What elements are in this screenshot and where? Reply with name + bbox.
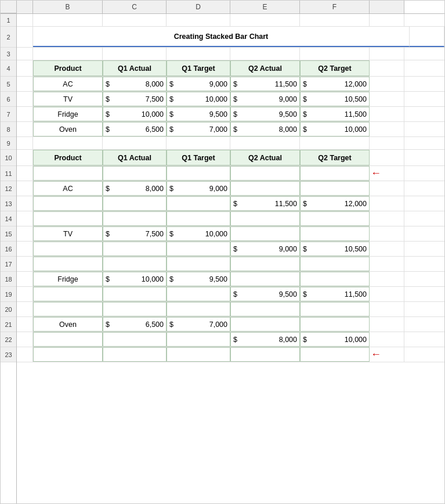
row-header-14: 14: [1, 211, 16, 226]
t2-r21-product: Oven: [33, 317, 103, 332]
grid-body: 1 2 3 4 5 6 7 8 9 10 11 12 13 14 15 16 1…: [1, 14, 444, 503]
t2-header-q2t: Q2 Target: [300, 150, 370, 165]
cell-2g: [410, 27, 444, 47]
t2-r13-q2t: $ 12,000: [300, 196, 370, 211]
cell-11d: [167, 166, 230, 181]
row-header-18: 18: [1, 272, 16, 287]
cell-23a: [17, 347, 33, 362]
cell-2a: [17, 27, 33, 47]
cell-3g: [370, 48, 404, 60]
cell-11b: [33, 166, 103, 181]
cell-9g: [370, 137, 404, 149]
col-header-b: B: [33, 1, 103, 13]
cell-5a: [17, 77, 33, 91]
cell-18g: [370, 272, 404, 286]
t2-header-product: Product: [33, 150, 103, 165]
t2-r13-q1t: [167, 196, 230, 211]
cell-13a: [17, 196, 33, 211]
arrow-icon-1: ←: [371, 167, 381, 179]
row-3: [17, 48, 444, 60]
row-headers: 1 2 3 4 5 6 7 8 9 10 11 12 13 14 15 16 1…: [1, 14, 17, 503]
t1-header-q2a: Q2 Actual: [230, 60, 300, 76]
cell-7a: [17, 107, 33, 121]
grid-content: Creating Stacked Bar Chart Product: [17, 14, 444, 503]
t2-r18-q1a: $ 10,000: [103, 272, 167, 286]
cell-20d: [167, 302, 230, 316]
t1-header-q1a: Q1 Actual: [103, 60, 167, 76]
row-5: AC $ 8,000 $ 9,000 $ 11,500 $ 12,000: [17, 77, 444, 92]
t1-tv-q2a: $ 9,000: [230, 92, 300, 106]
cell-14f: [300, 211, 370, 226]
t2-r12-q2a: [230, 181, 300, 196]
cell-17g: [370, 257, 404, 271]
t2-r12-q1t: $ 9,000: [167, 181, 230, 196]
t1-ac-q1t: $ 9,000: [167, 77, 230, 91]
cell-17e: [230, 257, 300, 271]
t2-r12-q2t: [300, 181, 370, 196]
row-2: Creating Stacked Bar Chart: [17, 27, 444, 48]
title-cell: Creating Stacked Bar Chart: [33, 27, 410, 47]
t1-oven-q2a: $ 8,000: [230, 122, 300, 136]
cell-6g: [370, 92, 404, 106]
cell-14a: [17, 211, 33, 226]
t2-r16-q2t: $ 10,500: [300, 242, 370, 256]
cell-1e: [230, 14, 300, 26]
cell-16a: [17, 242, 33, 256]
cell-20e: [230, 302, 300, 316]
cell-3b: [33, 48, 103, 60]
corner-cell: [1, 1, 17, 13]
col-header-d: D: [167, 1, 230, 13]
t1-tv-q2t: $ 10,500: [300, 92, 370, 106]
cell-7g: [370, 107, 404, 121]
cell-20b: [33, 302, 103, 316]
t2-r18-q2a: [230, 272, 300, 286]
t2-r18-q1t: $ 9,500: [167, 272, 230, 286]
cell-15g: [370, 226, 404, 241]
t2-r15-product: TV: [33, 226, 103, 241]
cell-1b: [33, 14, 103, 26]
cell-9b: [33, 137, 103, 149]
row-7: Fridge $ 10,000 $ 9,500 $ 9,500 $ 11,500: [17, 107, 444, 122]
cell-17a: [17, 257, 33, 271]
col-header-c: C: [103, 1, 167, 13]
cell-11g: ←: [370, 166, 404, 181]
row-header-21: 21: [1, 317, 16, 332]
cell-23b: [33, 347, 103, 362]
cell-4a: [17, 60, 33, 76]
cell-9d: [167, 137, 230, 149]
cell-20g: [370, 302, 404, 316]
t2-r22-q1a: [103, 332, 167, 347]
row-11: ←: [17, 166, 444, 181]
row-15: TV $ 7,500 $ 10,000: [17, 226, 444, 242]
row-1: [17, 14, 444, 27]
row-header-1: 1: [1, 14, 16, 27]
t2-header-q1a: Q1 Actual: [103, 150, 167, 165]
t1-tv-product: TV: [33, 92, 103, 106]
row-header-23: 23: [1, 347, 16, 362]
t2-r21-q1t: $ 7,000: [167, 317, 230, 332]
t1-fridge-q1a: $ 10,000: [103, 107, 167, 121]
row-21: Oven $ 6,500 $ 7,000: [17, 317, 444, 332]
cell-1f: [300, 14, 370, 26]
t2-r16-product: [33, 242, 103, 256]
t2-header-q1t: Q1 Target: [167, 150, 230, 165]
t2-r18-q2t: [300, 272, 370, 286]
cell-3a: [17, 48, 33, 60]
cell-3f: [300, 48, 370, 60]
row-14: [17, 211, 444, 226]
cell-8g: [370, 122, 404, 136]
t1-ac-q2t: $ 12,000: [300, 77, 370, 91]
row-4: Product Q1 Actual Q1 Target Q2 Actual Q2…: [17, 60, 444, 77]
cell-14g: [370, 211, 404, 226]
cell-11c: [103, 166, 167, 181]
t2-r15-q2t: [300, 226, 370, 241]
t2-r22-q2a: $ 8,000: [230, 332, 300, 347]
cell-17f: [300, 257, 370, 271]
cell-11e: [230, 166, 300, 181]
t1-fridge-q2t: $ 11,500: [300, 107, 370, 121]
col-header-f: F: [300, 1, 370, 13]
row-18: Fridge $ 10,000 $ 9,500: [17, 272, 444, 287]
cell-21a: [17, 317, 33, 332]
t2-r21-q2a: [230, 317, 300, 332]
row-header-11: 11: [1, 166, 16, 181]
